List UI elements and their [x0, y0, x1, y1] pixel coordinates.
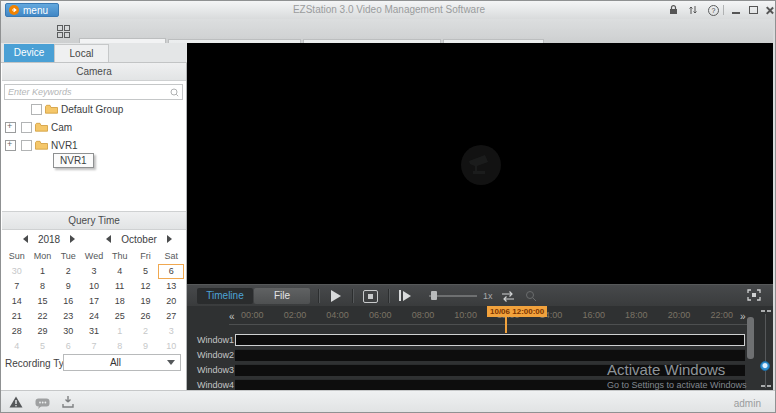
- tab-local[interactable]: Local: [54, 44, 109, 62]
- calendar-day[interactable]: 24: [81, 309, 107, 324]
- video-playback-area[interactable]: Timeline File 1x 00:0002:0004:0006: [187, 43, 773, 390]
- expand-plus-icon[interactable]: [5, 122, 16, 133]
- calendar-day[interactable]: 14: [4, 294, 30, 309]
- calendar-next-month-icon[interactable]: [167, 235, 172, 243]
- tree-node[interactable]: Default Group: [1, 101, 187, 117]
- calendar-day[interactable]: 26: [133, 309, 159, 324]
- pan-left-icon[interactable]: [229, 311, 235, 322]
- calendar-day[interactable]: 9: [55, 279, 81, 294]
- timeline-mode-button[interactable]: Timeline: [197, 288, 253, 304]
- calendar-day[interactable]: 7: [81, 339, 107, 354]
- calendar-day[interactable]: 1: [107, 324, 133, 339]
- search-input[interactable]: [5, 87, 170, 97]
- message-icon[interactable]: [35, 398, 50, 411]
- timeline-scrollbar[interactable]: [747, 317, 754, 359]
- calendar-day[interactable]: 20: [158, 294, 184, 309]
- fullscreen-icon[interactable]: [747, 289, 761, 303]
- calendar-day[interactable]: 30: [4, 264, 30, 279]
- tab-device[interactable]: Device: [4, 44, 54, 62]
- checkbox[interactable]: [21, 140, 32, 151]
- calendar-day[interactable]: 19: [133, 294, 159, 309]
- timeline-window-row[interactable]: Window1: [187, 333, 773, 346]
- search-icon[interactable]: [170, 88, 179, 97]
- calendar-day[interactable]: 15: [30, 294, 56, 309]
- calendar-day[interactable]: 25: [107, 309, 133, 324]
- timeline-zoom-knob[interactable]: [760, 361, 770, 371]
- calendar-prev-year-icon[interactable]: [23, 235, 28, 243]
- restore-icon[interactable]: [747, 5, 759, 15]
- layout-grid-icon[interactable]: [57, 25, 70, 40]
- recording-type-dropdown[interactable]: All: [63, 354, 181, 371]
- lock-icon[interactable]: [667, 5, 679, 15]
- calendar-day[interactable]: 30: [55, 324, 81, 339]
- swap-icon[interactable]: [501, 291, 515, 304]
- calendar-day[interactable]: 9: [133, 339, 159, 354]
- calendar-day[interactable]: 13: [158, 279, 184, 294]
- calendar-day[interactable]: 29: [30, 324, 56, 339]
- pan-right-icon[interactable]: [740, 311, 746, 322]
- logged-in-user: admin: [734, 398, 761, 409]
- menu-button[interactable]: menu: [5, 3, 59, 17]
- calendar-day[interactable]: 4: [107, 264, 133, 279]
- calendar-day[interactable]: 2: [133, 324, 159, 339]
- window-track[interactable]: [235, 349, 745, 361]
- calendar-day[interactable]: 21: [4, 309, 30, 324]
- sidebar: Device Local Camera Default GroupCamNVR1…: [1, 43, 187, 390]
- calendar-day[interactable]: 3: [81, 264, 107, 279]
- playhead-line[interactable]: [505, 317, 507, 333]
- calendar-day[interactable]: 31: [81, 324, 107, 339]
- calendar-day[interactable]: 18: [107, 294, 133, 309]
- play-icon[interactable]: [331, 290, 341, 302]
- calendar-day[interactable]: 7: [4, 279, 30, 294]
- calendar-day[interactable]: 2: [55, 264, 81, 279]
- tree-node[interactable]: Cam: [1, 119, 187, 135]
- alarm-status-icon[interactable]: [9, 396, 23, 410]
- timeline-window-row[interactable]: Window2: [187, 348, 773, 361]
- calendar-day[interactable]: 5: [30, 339, 56, 354]
- timeline-zoom-slider[interactable]: [765, 314, 766, 388]
- calendar-day[interactable]: 16: [55, 294, 81, 309]
- minimize-icon[interactable]: [730, 5, 742, 15]
- calendar-day[interactable]: 6: [55, 339, 81, 354]
- tree-node[interactable]: NVR1: [1, 137, 187, 153]
- calendar-day[interactable]: 10: [158, 339, 184, 354]
- timeline-panel: 00:0002:0004:0006:0008:0010:0012:0014:00…: [187, 306, 773, 390]
- zoom-search-icon[interactable]: [525, 290, 537, 304]
- calendar-next-year-icon[interactable]: [70, 235, 75, 243]
- calendar-day[interactable]: 12: [133, 279, 159, 294]
- menu-icon: [9, 5, 19, 15]
- switch-user-icon[interactable]: [687, 5, 699, 15]
- zoom-slider-bottom-marks: [761, 385, 771, 387]
- calendar-day[interactable]: 22: [30, 309, 56, 324]
- download-icon[interactable]: [62, 396, 74, 410]
- calendar-day[interactable]: 23: [55, 309, 81, 324]
- calendar-day[interactable]: 6: [158, 264, 184, 279]
- calendar-day[interactable]: 8: [30, 279, 56, 294]
- snapshot-icon[interactable]: [363, 290, 378, 303]
- timeline-tick-label: 04:00: [326, 310, 349, 320]
- help-icon[interactable]: ?: [708, 5, 719, 16]
- checkbox[interactable]: [31, 104, 42, 115]
- tooltip: NVR1: [53, 153, 94, 168]
- calendar-day[interactable]: 8: [107, 339, 133, 354]
- frame-step-icon[interactable]: [399, 290, 411, 301]
- calendar-day[interactable]: 17: [81, 294, 107, 309]
- calendar-day[interactable]: 10: [81, 279, 107, 294]
- calendar-day[interactable]: 28: [4, 324, 30, 339]
- speed-slider-handle[interactable]: [431, 291, 437, 300]
- calendar-day[interactable]: 5: [133, 264, 159, 279]
- window-track[interactable]: [235, 334, 745, 346]
- calendar-day[interactable]: 11: [107, 279, 133, 294]
- close-icon[interactable]: [763, 5, 775, 15]
- expand-plus-icon[interactable]: [5, 140, 16, 151]
- calendar-day[interactable]: 3: [158, 324, 184, 339]
- checkbox[interactable]: [21, 122, 32, 133]
- file-mode-button[interactable]: File: [254, 288, 310, 304]
- calendar-day[interactable]: 4: [4, 339, 30, 354]
- activate-windows-text: Activate Windows: [607, 361, 725, 378]
- calendar-prev-month-icon[interactable]: [106, 235, 111, 243]
- camera-watermark-icon: [459, 143, 503, 189]
- dropdown-arrow-icon: [167, 360, 175, 365]
- calendar-day[interactable]: 1: [30, 264, 56, 279]
- calendar-day[interactable]: 27: [158, 309, 184, 324]
